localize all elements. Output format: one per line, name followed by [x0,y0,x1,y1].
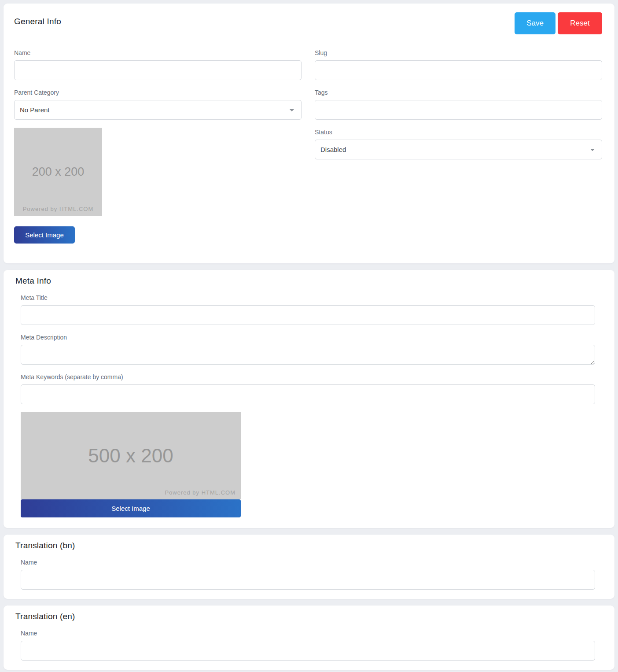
placeholder-dimensions-text: 200 x 200 [32,165,85,179]
chevron-down-icon [290,109,294,111]
translation-en-card: Translation (en) Name [4,606,614,670]
name-label: Name [14,49,302,56]
translation-en-title: Translation (en) [15,612,595,621]
meta-title-label: Meta Title [21,294,595,301]
meta-description-textarea[interactable] [21,345,595,365]
meta-info-card: Meta Info Meta Title Meta Description Me… [4,270,614,528]
general-info-right-column: Slug Tags Status Disabled [315,49,602,244]
translation-bn-name-field-group: Name [21,559,595,590]
translation-en-fields: Name [21,630,595,661]
parent-category-select[interactable]: No Parent [14,100,302,120]
category-image-placeholder: 200 x 200 Powered by HTML.COM [14,128,102,216]
save-button[interactable]: Save [515,12,555,34]
general-info-left-column: Name Parent Category No Parent 200 x 200… [14,49,302,244]
slug-field-group: Slug [315,49,602,80]
reset-button[interactable]: Reset [558,12,602,34]
general-info-actions: Save Reset [515,12,602,34]
meta-keywords-input[interactable] [21,384,595,404]
translation-bn-name-input[interactable] [21,570,595,590]
translation-en-name-field-group: Name [21,630,595,661]
parent-category-selected-value: No Parent [20,106,50,114]
meta-title-input[interactable] [21,305,595,325]
general-info-title: General Info [14,12,61,26]
placeholder-credit-text: Powered by HTML.COM [165,489,235,496]
status-selected-value: Disabled [320,146,346,153]
parent-category-label: Parent Category [14,89,302,96]
slug-label: Slug [315,49,602,56]
meta-description-field-group: Meta Description [21,334,595,365]
translation-en-name-input[interactable] [21,641,595,661]
tags-field-group: Tags [315,89,602,120]
general-info-card: General Info Save Reset Name Parent Cate… [4,4,614,263]
chevron-down-icon [590,149,595,151]
placeholder-dimensions-text: 500 x 200 [88,445,173,467]
meta-description-label: Meta Description [21,334,595,341]
parent-category-field-group: Parent Category No Parent [14,89,302,120]
meta-info-title: Meta Info [15,276,595,286]
tags-label: Tags [315,89,602,96]
meta-image-placeholder: 500 x 200 Powered by HTML.COM [21,412,241,499]
tags-input[interactable] [315,100,602,120]
slug-input[interactable] [315,60,602,80]
status-label: Status [315,129,602,136]
general-info-form: Name Parent Category No Parent 200 x 200… [14,49,602,244]
placeholder-credit-text: Powered by HTML.COM [14,206,102,212]
translation-bn-name-label: Name [21,559,595,566]
status-field-group: Status Disabled [315,129,602,159]
general-info-header: General Info Save Reset [14,12,602,34]
meta-info-fields: Meta Title Meta Description Meta Keyword… [21,294,595,517]
name-input[interactable] [14,60,302,80]
translation-bn-card: Translation (bn) Name [4,535,614,599]
meta-keywords-field-group: Meta Keywords (separate by comma) [21,373,595,404]
meta-keywords-label: Meta Keywords (separate by comma) [21,373,595,380]
status-select[interactable]: Disabled [315,140,602,159]
translation-en-name-label: Name [21,630,595,637]
meta-select-image-button[interactable]: Select Image [21,499,241,517]
select-image-button[interactable]: Select Image [14,226,75,244]
translation-bn-fields: Name [21,559,595,590]
meta-title-field-group: Meta Title [21,294,595,325]
name-field-group: Name [14,49,302,80]
translation-bn-title: Translation (bn) [15,541,595,550]
